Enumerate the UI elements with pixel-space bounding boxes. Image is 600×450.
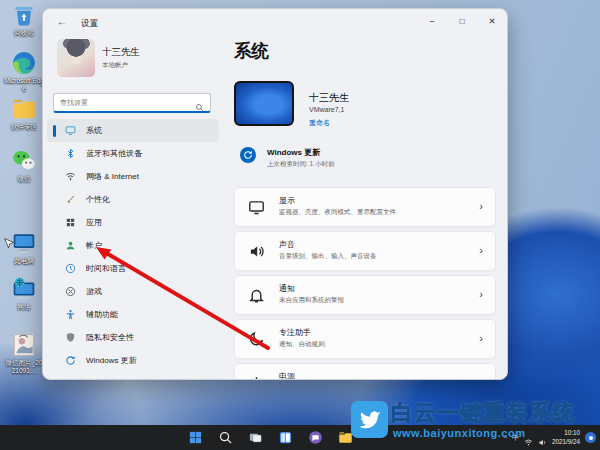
window-title: 设置 bbox=[81, 18, 98, 30]
nav-item-label: 辅助功能 bbox=[86, 309, 118, 320]
settings-row-title: 电源 bbox=[279, 371, 295, 380]
desktop-icon-label: 网络 bbox=[4, 303, 44, 311]
settings-row-1[interactable]: 声音 音量级别、输出、输入、声音设备 › bbox=[234, 231, 496, 271]
person-icon bbox=[65, 240, 76, 251]
folder-icon bbox=[11, 96, 37, 122]
watermark-title: 白云一键重装系统 bbox=[391, 398, 575, 428]
sidebar-item-4[interactable]: 应用 bbox=[47, 211, 219, 234]
chevron-right-icon: › bbox=[479, 376, 483, 380]
sidebar-item-9[interactable]: 隐私和安全性 bbox=[47, 326, 219, 349]
desktop-icon-picture[interactable]: 微信图片_2021091… bbox=[4, 332, 44, 375]
power-icon bbox=[248, 375, 265, 380]
sidebar-item-3[interactable]: 个性化 bbox=[47, 188, 219, 211]
selected-indicator bbox=[53, 125, 56, 137]
sidebar-item-2[interactable]: 网络 & Internet bbox=[47, 165, 219, 188]
monitor-icon bbox=[65, 125, 76, 136]
desktop-icon-label: 微信图片_2021091… bbox=[4, 359, 44, 375]
desktop-icon-edge[interactable]: Microsoft Edge bbox=[4, 50, 44, 93]
settings-row-title: 声音 bbox=[279, 239, 295, 250]
sidebar-item-5[interactable]: 帐户 bbox=[47, 234, 219, 257]
desktop-icon-label: 此电脑 bbox=[4, 257, 44, 265]
settings-search[interactable] bbox=[53, 93, 211, 113]
picture-icon bbox=[11, 332, 37, 358]
accessibility-icon bbox=[65, 309, 76, 320]
nav-item-label: 隐私和安全性 bbox=[86, 332, 134, 343]
minimize-button[interactable]: – bbox=[417, 9, 447, 33]
user-avatar bbox=[57, 39, 95, 77]
watermark-url: www.baiyunxitong.com bbox=[393, 427, 525, 439]
close-button[interactable]: ✕ bbox=[477, 9, 507, 33]
user-account-type: 本地帐户 bbox=[102, 61, 140, 70]
titlebar[interactable]: ← 设置 – □ ✕ bbox=[43, 9, 507, 37]
settings-row-subtitle: 音量级别、输出、输入、声音设备 bbox=[279, 252, 377, 261]
wifi-icon bbox=[65, 171, 76, 182]
tray-date: 2021/9/24 bbox=[552, 438, 580, 447]
sidebar-nav: 系统 蓝牙和其他设备 网络 & Internet 个性化 应用 帐户 bbox=[47, 119, 219, 372]
maximize-button[interactable]: □ bbox=[447, 9, 477, 33]
search-icon bbox=[195, 98, 204, 107]
sidebar-item-6[interactable]: 时间和语言 bbox=[47, 257, 219, 280]
volume-icon[interactable] bbox=[538, 433, 547, 442]
chevron-right-icon: › bbox=[479, 244, 483, 256]
tray-time: 10:10 bbox=[552, 429, 580, 438]
settings-row-title: 通知 bbox=[279, 283, 295, 294]
taskbar-widgets-button[interactable] bbox=[274, 427, 296, 447]
search-input[interactable] bbox=[54, 99, 195, 106]
settings-row-3[interactable]: 专注助手 通知、自动规则 › bbox=[234, 319, 496, 359]
desktop-icon-label: Microsoft Edge bbox=[4, 77, 44, 93]
windows-update-icon bbox=[240, 147, 256, 163]
taskbar-start-button[interactable] bbox=[184, 427, 206, 447]
taskbar-task-view-button[interactable] bbox=[244, 427, 266, 447]
desktop-icon-software-folder[interactable]: 软件专区 bbox=[4, 96, 44, 131]
windows-update-subtitle: 上次检查时间: 1 小时前 bbox=[267, 160, 335, 169]
back-button[interactable]: ← bbox=[57, 16, 67, 27]
settings-row-title: 专注助手 bbox=[279, 327, 311, 338]
mouse-cursor bbox=[2, 236, 15, 249]
nav-item-label: 系统 bbox=[86, 125, 102, 136]
brush-icon bbox=[65, 194, 76, 205]
sidebar-item-7[interactable]: 游戏 bbox=[47, 280, 219, 303]
user-name: 十三先生 bbox=[102, 46, 140, 59]
chevron-right-icon: › bbox=[479, 332, 483, 344]
chevron-right-icon: › bbox=[479, 200, 483, 212]
desktop-icon-network[interactable]: 网络 bbox=[4, 276, 44, 311]
device-thumbnail bbox=[234, 81, 294, 126]
user-profile[interactable]: 十三先生 本地帐户 bbox=[57, 39, 140, 77]
sidebar-item-0[interactable]: 系统 bbox=[47, 119, 219, 142]
notification-badge[interactable] bbox=[585, 432, 596, 443]
settings-row-0[interactable]: 显示 监视器、亮度、夜间模式、显示配置文件 › bbox=[234, 187, 496, 227]
moon-icon bbox=[248, 331, 265, 348]
speaker-icon bbox=[248, 243, 265, 260]
desktop-icon-wechat[interactable]: 微信 bbox=[4, 148, 44, 183]
nav-item-label: 时间和语言 bbox=[86, 263, 126, 274]
settings-row-title: 显示 bbox=[279, 195, 295, 206]
sidebar-item-8[interactable]: 辅助功能 bbox=[47, 303, 219, 326]
desktop-icon-recycle-bin[interactable]: 回收站 bbox=[4, 2, 44, 37]
sidebar-item-1[interactable]: 蓝牙和其他设备 bbox=[47, 142, 219, 165]
taskbar-chat-button[interactable] bbox=[304, 427, 326, 447]
desktop-icon-label: 微信 bbox=[4, 175, 44, 183]
settings-row-subtitle: 通知、自动规则 bbox=[279, 340, 325, 349]
rename-link[interactable]: 重命名 bbox=[309, 118, 330, 128]
bell-icon bbox=[248, 287, 265, 304]
taskbar-search-button[interactable] bbox=[214, 427, 236, 447]
device-model: VMware7,1 bbox=[309, 106, 344, 113]
network-icon bbox=[11, 276, 37, 302]
twitter-logo-icon bbox=[351, 401, 388, 438]
nav-item-label: 游戏 bbox=[86, 286, 102, 297]
apps-icon bbox=[65, 217, 76, 228]
settings-row-2[interactable]: 通知 来自应用和系统的警报 › bbox=[234, 275, 496, 315]
nav-item-label: Windows 更新 bbox=[86, 355, 137, 366]
settings-row-subtitle: 来自应用和系统的警报 bbox=[279, 296, 344, 305]
nav-item-label: 个性化 bbox=[86, 194, 110, 205]
page-title: 系统 bbox=[234, 39, 269, 63]
windows-update-title[interactable]: Windows 更新 bbox=[267, 147, 320, 158]
settings-row-4[interactable]: 电源 睡眠、电池使用情况、节电模式 › bbox=[234, 363, 496, 380]
device-name: 十三先生 bbox=[309, 91, 349, 105]
desktop-icon-label: 回收站 bbox=[4, 29, 44, 37]
bluetooth-icon bbox=[65, 148, 76, 159]
nav-item-label: 蓝牙和其他设备 bbox=[86, 148, 142, 159]
taskbar-clock[interactable]: 10:10 2021/9/24 bbox=[552, 429, 580, 446]
clock-icon bbox=[65, 263, 76, 274]
sidebar-item-10[interactable]: Windows 更新 bbox=[47, 349, 219, 372]
